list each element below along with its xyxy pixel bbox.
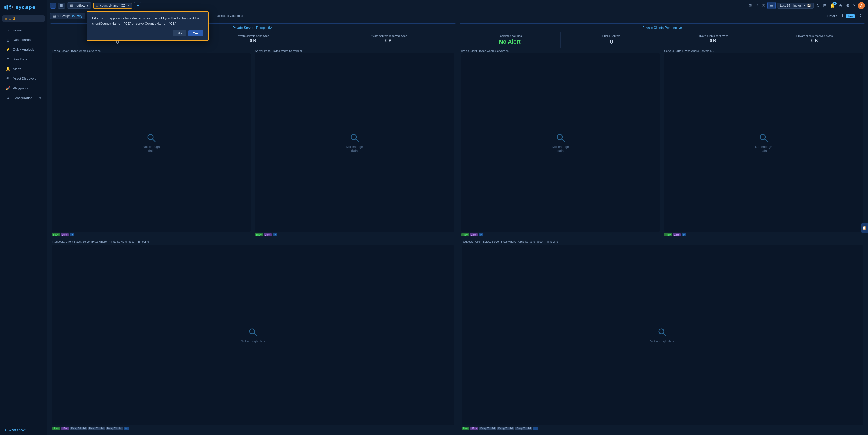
not-enough-indicator2: Not enoughdata xyxy=(346,133,363,153)
badge-15m3: 15m xyxy=(61,427,69,430)
more-options-button[interactable]: ⋮ xyxy=(856,13,865,19)
topbar: ‹ ☰ ▤ netflow ▾ ⚠ countryName =CZ ✕ + ✉ … xyxy=(47,0,868,11)
alert-icon: ⚠ xyxy=(5,17,7,20)
badge-fx6: fx xyxy=(533,427,538,430)
popup-yes-button[interactable]: Yes xyxy=(188,30,203,36)
back-button[interactable]: ‹ xyxy=(50,3,56,9)
playground-icon: 🚀 xyxy=(6,86,10,90)
filter-tag[interactable]: ⚠ countryName =CZ ✕ xyxy=(93,3,132,9)
private-clients-panel: Private Clients Perspective Blacklisted … xyxy=(459,24,866,432)
svg-line-8 xyxy=(355,139,359,142)
sidebar-item-asset-discovery[interactable]: ◎ Asset Discovery xyxy=(2,74,45,83)
mail-icon-button[interactable]: ✉ xyxy=(747,2,753,9)
search-icon2 xyxy=(349,133,360,143)
popup-no-button[interactable]: No xyxy=(173,30,186,36)
grid-icon-button[interactable]: ⊞ xyxy=(822,2,828,9)
details-label: Details xyxy=(827,14,837,18)
stat-public-servers-label: Public Servers xyxy=(564,34,659,37)
user-avatar[interactable]: A xyxy=(858,2,865,9)
close-time-icon[interactable]: ✕ xyxy=(803,4,806,7)
dashboards-icon: ▦ xyxy=(6,38,10,42)
sidebar-logo[interactable]: e sycape xyxy=(0,0,47,14)
whats-new-button[interactable]: ✦ What's new? xyxy=(0,425,47,435)
export-icon-button[interactable]: ↗ xyxy=(754,2,760,9)
main-content: ‹ ☰ ▤ netflow ▾ ⚠ countryName =CZ ✕ + ✉ … xyxy=(47,0,868,435)
asset-discovery-icon: ◎ xyxy=(6,76,10,81)
badge-fx2: fx xyxy=(273,233,277,236)
sidebar-item-label-quick-analysis: Quick Analysis xyxy=(13,48,34,52)
stream-dropdown-icon: ▾ xyxy=(87,4,88,7)
help-icon-button[interactable]: ? xyxy=(852,2,856,9)
not-enough-indicator5: Not enoughdata xyxy=(755,133,772,153)
view-mode-button[interactable]: ☰ xyxy=(58,3,65,9)
chart-server-ports-client: Servers Ports | Bytes where Servers a...… xyxy=(662,48,865,238)
bookmark-icon-button[interactable]: ★ xyxy=(838,2,843,9)
sidebar-item-playground[interactable]: 🚀 Playground xyxy=(2,84,45,93)
badge-raw6: Raw xyxy=(462,427,470,430)
sidebar-item-home[interactable]: ⌂ Home xyxy=(2,26,45,35)
alert-banner[interactable]: ⚠ ⚠ 2 xyxy=(2,15,45,22)
group-selector[interactable]: ▦ ▾ Group: Country xyxy=(50,13,85,19)
toggle-icon-button[interactable]: ☰ xyxy=(767,2,776,9)
svg-rect-1 xyxy=(7,5,8,9)
sidebar-item-configuration[interactable]: ⚙ Configuration ▾ xyxy=(2,93,45,102)
svg-line-12 xyxy=(562,139,564,142)
chart-server-ports-client-badges: Raw 15m fx xyxy=(664,233,863,236)
close-icon[interactable]: ✕ xyxy=(127,4,130,7)
private-servers-timeline-area: Not enough data xyxy=(53,245,454,425)
stat-private-servers-received-label: Private servers received bytes xyxy=(324,34,453,37)
chart-server-ports-client-area: Not enoughdata xyxy=(664,54,863,231)
sidebar-item-label-home: Home xyxy=(13,28,22,32)
private-servers-timeline: Requests, Client Bytes, Server Bytes whe… xyxy=(50,238,456,432)
svg-point-3 xyxy=(10,8,11,9)
private-servers-timeline-title: Requests, Client Bytes, Server Bytes whe… xyxy=(53,240,454,243)
topbar-right: ✉ ↗ ⧖ ☰ Last 15 minutes ✕ 💾 ↻ ⊞ 🔔 8 ★ ⚙ … xyxy=(747,2,865,9)
sidebar-item-label-dashboards: Dashboards xyxy=(13,38,31,42)
alert-count: 2 xyxy=(13,17,15,20)
chart-ips-server: IPs as Server | Bytes where Servers ar..… xyxy=(50,48,253,238)
info-icon-button[interactable]: ℹ xyxy=(841,12,844,19)
chart-server-ports-client-title: Servers Ports | Bytes where Servers a... xyxy=(664,50,863,53)
right-edge-tab[interactable]: 📋 xyxy=(861,223,868,233)
svg-text:e: e xyxy=(12,6,13,8)
group-label-text: Group: Country xyxy=(60,14,82,18)
add-filter-button[interactable]: + xyxy=(134,2,141,9)
save-time-icon[interactable]: 💾 xyxy=(807,4,811,7)
sidebar-item-dashboards[interactable]: ▦ Dashboards xyxy=(2,35,45,44)
sidebar-navigation: ⌂ Home ▦ Dashboards ⚡ Quick Analysis ≡ R… xyxy=(0,25,47,425)
raw-badge: Raw xyxy=(846,14,855,18)
svg-line-10 xyxy=(254,333,257,336)
chart-server-ports-badges: Raw 15m fx xyxy=(255,233,454,236)
refresh-icon-button[interactable]: ↻ xyxy=(815,2,820,9)
tab-blacklisted-countries[interactable]: Blacklisted Countries xyxy=(210,12,248,20)
stat-private-servers-received: Private servers received bytes 0 B xyxy=(321,32,456,48)
stream-selector[interactable]: ▤ netflow ▾ xyxy=(67,2,91,9)
chart-server-ports: Server Ports | Bytes where Servers ar...… xyxy=(253,48,456,238)
badge-raw: Raw xyxy=(52,233,60,236)
chart-ips-server-badges: Raw 15m fx xyxy=(52,233,251,236)
chart-ips-client-title: IPs as Client | Bytes where Servers ar..… xyxy=(461,50,660,53)
time-selector[interactable]: Last 15 minutes ✕ 💾 xyxy=(777,3,814,9)
sidebar-item-alerts[interactable]: 🔔 Alerts xyxy=(2,64,45,73)
settings-icon-button[interactable]: ⚙ xyxy=(845,2,850,9)
badge-15m6: 15m xyxy=(470,427,478,430)
badge-davg3: Davg 7d -1d xyxy=(106,427,123,430)
search-icon4 xyxy=(556,133,566,143)
chart-ips-server-area: Not enoughdata xyxy=(52,54,251,231)
quick-analysis-icon: ⚡ xyxy=(6,48,10,52)
configuration-icon: ⚙ xyxy=(6,96,10,100)
badge-raw2: Raw xyxy=(255,233,263,236)
not-enough-text5: Not enoughdata xyxy=(755,145,772,153)
chart-ips-client: IPs as Client | Bytes where Servers ar..… xyxy=(459,48,662,238)
sidebar-item-label-alerts: Alerts xyxy=(13,67,21,71)
popup-actions: No Yes xyxy=(92,30,203,36)
badge-davg2: Davg 7d -1d xyxy=(88,427,105,430)
sidebar-item-raw-data[interactable]: ≡ Raw Data xyxy=(2,55,45,64)
details-button[interactable]: Details xyxy=(825,13,839,19)
notification-button[interactable]: 🔔 8 xyxy=(829,2,836,9)
sidebar-item-quick-analysis[interactable]: ⚡ Quick Analysis xyxy=(2,45,45,54)
chart-server-ports-title: Server Ports | Bytes where Servers ar... xyxy=(255,50,454,53)
search-icon xyxy=(146,133,156,143)
filter-icon-button[interactable]: ⧖ xyxy=(761,2,766,9)
time-label: Last 15 minutes xyxy=(780,4,802,7)
